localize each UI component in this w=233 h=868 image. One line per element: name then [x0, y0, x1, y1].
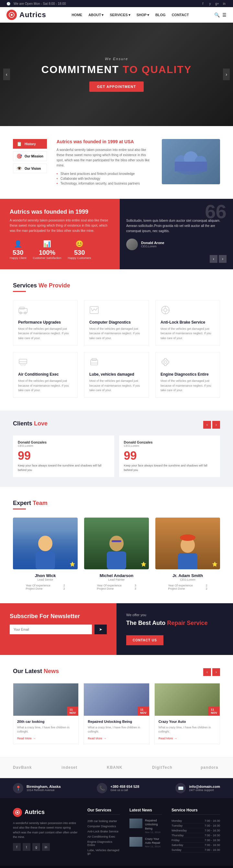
nav-blog[interactable]: BLOG: [155, 12, 166, 18]
tab-history-label: History: [25, 142, 36, 146]
stats-numbers: 👤 530 Happy Client 📊 100% Customer Satis…: [10, 240, 110, 259]
news-body-2: Repaired Unlocking Being What a crazy ti…: [84, 716, 149, 744]
about-tab-mission[interactable]: 🎯 Our Mission: [13, 151, 47, 161]
news-navigation: ‹ ›: [203, 668, 220, 676]
footer-linkedin-icon[interactable]: in: [42, 843, 50, 851]
footer-twitter-icon[interactable]: t: [23, 843, 30, 851]
team-proj-label-3: Project Done: [168, 587, 185, 590]
clients-prev-button[interactable]: ‹: [203, 421, 211, 429]
footer-service-item[interactable]: Computer Diagnostics: [87, 824, 120, 829]
footer-hours-monday: Monday 7:00 - 16:30: [172, 818, 220, 824]
team-role-2: Lead Painter: [84, 578, 149, 581]
brand-3: KBANK: [107, 764, 126, 771]
team-star-2[interactable]: ⭐: [141, 561, 146, 567]
team-star-1[interactable]: ⭐: [69, 561, 75, 567]
menu-icon[interactable]: ☰: [222, 12, 227, 18]
team-photo-1: ⭐: [13, 518, 78, 569]
footer-logo-icon: [13, 808, 22, 817]
stat-label-1: Happy Client: [10, 256, 27, 259]
google-icon[interactable]: g+: [215, 1, 220, 6]
quote-author: Donald Arone CEO,Lorem: [126, 239, 227, 250]
logo-icon: [6, 10, 17, 20]
footer-service-item[interactable]: 20th car looking starter: [87, 818, 120, 824]
newsletter-right-title: The Best Auto Repair Service: [126, 619, 223, 627]
search-icon[interactable]: 🔍: [214, 12, 220, 18]
team-proj-val-3: 2: [206, 587, 207, 590]
footer-service-item[interactable]: Anti-Lock Brake Service: [87, 829, 120, 834]
quote-next-button[interactable]: ›: [219, 255, 227, 263]
top-bar: 🕒 We are Open Mon - Sat 8:00 - 18:00 f y…: [0, 0, 233, 7]
footer-facebook-icon[interactable]: f: [13, 843, 21, 851]
about-tab-vision[interactable]: 👁️ Our Vision: [13, 163, 47, 173]
newsletter-submit-button[interactable]: ➤: [94, 625, 107, 634]
about-image-visual: [162, 139, 220, 184]
hero-next-button[interactable]: ›: [223, 68, 230, 80]
footer-hours-tuesday: Tuesday 7:00 - 16:30: [172, 824, 220, 828]
footer-brand-name: Autrics: [25, 809, 45, 816]
youtube-icon[interactable]: y: [208, 1, 212, 6]
nav-services[interactable]: SERVICES ▾: [109, 12, 131, 19]
services-title-accent: We Provide: [38, 282, 70, 289]
quote-prev-button[interactable]: ‹: [210, 255, 217, 263]
facebook-icon[interactable]: f: [201, 1, 205, 6]
footer-news-text-2[interactable]: Crazy Your Auto Repair: [145, 837, 162, 845]
linkedin-icon[interactable]: in: [222, 1, 227, 6]
newsletter-email-input[interactable]: [10, 625, 92, 634]
stat-icon-2: 📊: [33, 240, 61, 248]
footer-news-text-1[interactable]: Repaired Unlocking Being: [145, 818, 162, 831]
news-readmore-1[interactable]: Read More →: [17, 737, 75, 740]
clients-next-button[interactable]: ›: [212, 421, 220, 429]
svg-rect-11: [90, 307, 98, 314]
team-exp-label-2: Year Of experience: [97, 584, 122, 587]
about-list-item: Technology, information security, and bu…: [57, 181, 152, 186]
newsletter-right: We offer you The Best Auto Repair Servic…: [117, 603, 233, 655]
footer-contact-address: 📍 Birmingham, Alaska 1014 Refresh Avenue: [13, 783, 60, 793]
about-image: [162, 139, 220, 184]
news-prev-button[interactable]: ‹: [203, 668, 211, 676]
about-title-suffix: was founded in 1999 at USA: [72, 139, 134, 144]
svg-rect-28: [112, 540, 121, 542]
diagnostics-icon: [89, 305, 144, 317]
logo-text: Autrics: [20, 11, 46, 19]
nav-home[interactable]: HOME: [71, 12, 83, 18]
footer-service-item[interactable]: Lube, Vehicles damaged go: [87, 848, 120, 856]
team-star-3[interactable]: ⭐: [212, 561, 217, 567]
newsletter-contact-button[interactable]: CONTACT US: [126, 635, 164, 645]
svg-text:KBANK: KBANK: [107, 765, 122, 770]
news-header: Our Latest News ‹ ›: [13, 668, 220, 677]
service-card-antilock: Anti-Lock Brake Service Most of the vehi…: [155, 300, 220, 346]
about-tab-history[interactable]: 📋 History: [13, 139, 47, 149]
hero-prev-button[interactable]: ‹: [3, 68, 10, 80]
news-readmore-2[interactable]: Read More →: [88, 737, 145, 740]
news-image-2: 11NOV: [84, 683, 149, 716]
nav-shop[interactable]: SHOP ▾: [136, 12, 150, 19]
news-next-button[interactable]: ›: [212, 668, 220, 676]
team-title-accent: Team: [33, 500, 48, 506]
svg-text:DigitTech: DigitTech: [152, 765, 173, 770]
footer-google-icon[interactable]: g: [32, 843, 40, 851]
stat-label-3: Happy Customers: [68, 256, 91, 259]
about-list: Share best practices and fintech product…: [57, 171, 152, 186]
quote-author-info: Donald Arone CEO,Lorem: [141, 241, 165, 248]
nav-about[interactable]: ABOUT ▾: [88, 12, 104, 19]
svg-point-23: [164, 361, 167, 363]
clients-grid: Donald Gonzales CEO,Lorem 99 Keep your f…: [13, 435, 220, 477]
news-text-3: What a crazy time, I have five children …: [158, 725, 216, 734]
team-proj-label-2: Project Done: [97, 587, 114, 590]
hero-appointment-button[interactable]: GET APPOINTMENT: [89, 82, 144, 92]
services-underline: [13, 291, 26, 292]
team-proj-label-1: Project Done: [26, 587, 42, 590]
about-content: Autrics was founded in 1999 at USA A won…: [57, 139, 152, 186]
footer-service-item[interactable]: Engine Diagnostics Entire: [87, 839, 120, 848]
history-icon: 📋: [17, 141, 22, 147]
service-text-2: Most of the vehicles get damaged just be…: [89, 327, 144, 340]
brand-5: pandora: [201, 764, 220, 771]
footer-service-item[interactable]: Air Conditioning Exec: [87, 834, 120, 839]
news-readmore-3[interactable]: Read More →: [158, 737, 216, 740]
hero-content: We Ensure COMMITMENT TO QUALITY GET APPO…: [41, 57, 192, 92]
footer-news-title: Latest News: [129, 808, 162, 815]
footer-email-text: info@domain.com: [189, 784, 220, 788]
vision-icon: 👁️: [17, 166, 22, 171]
nav-contact[interactable]: CONTACT: [171, 12, 190, 18]
team-member-3: ⭐ Jr. Adam Smith CEO,Lorem Year Of exper…: [155, 518, 220, 590]
